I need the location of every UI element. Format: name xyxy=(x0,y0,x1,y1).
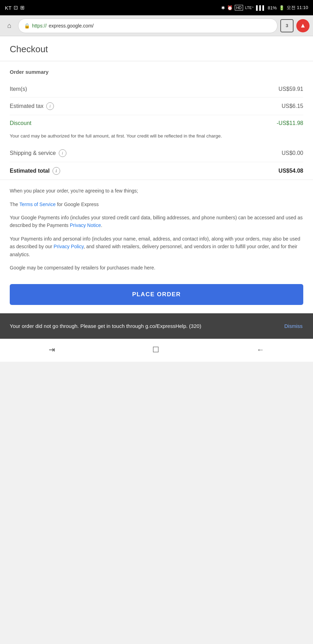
status-bar: KT ⊡ ⊞ ✱ ⏰ HD LTE⁺ ▌▌▌ 81% 🔋 오전 11:10 xyxy=(0,0,313,15)
legal-para-2: The Terms of Service for Google Express xyxy=(10,201,303,208)
items-label: Item(s) xyxy=(10,86,27,92)
browser-bar: ⌂ 🔒 https:// express.google.com/ 3 ▲ xyxy=(0,15,313,36)
line-item-total: Estimated total i US$54.08 xyxy=(10,162,303,180)
place-order-section: PLACE ORDER xyxy=(0,281,313,313)
alarm-icon: ⏰ xyxy=(227,5,233,10)
items-value: US$59.91 xyxy=(279,86,303,92)
legal-para-4: Your Payments info and personal info (in… xyxy=(10,235,303,258)
tax-info-icon[interactable]: i xyxy=(46,102,54,110)
status-right: ✱ ⏰ HD LTE⁺ ▌▌▌ 81% 🔋 오전 11:10 xyxy=(221,5,308,11)
lte-icon: LTE⁺ xyxy=(245,6,254,10)
page: Checkout Order summary Item(s) US$59.91 … xyxy=(0,36,313,339)
url-https: https:// xyxy=(32,23,47,29)
battery-icon: 🔋 xyxy=(279,5,284,10)
nav-back-icon[interactable]: ← xyxy=(257,345,264,354)
legal-para-5: Google may be compensated by retailers f… xyxy=(10,264,303,272)
terms-of-service-link[interactable]: Terms of Service xyxy=(19,202,56,207)
time-label: 오전 11:10 xyxy=(287,5,308,11)
line-item-shipping: Shipping & service i US$0.00 xyxy=(10,144,303,162)
url-domain: express.google.com/ xyxy=(49,23,94,29)
url-bar[interactable]: 🔒 https:// express.google.com/ xyxy=(18,18,278,33)
toast-notification: Your order did not go through. Please ge… xyxy=(0,313,313,339)
carrier-label: KT xyxy=(5,5,11,11)
toast-message: Your order did not go through. Please ge… xyxy=(10,322,281,330)
shipping-value: US$0.00 xyxy=(282,150,303,156)
legal-para-1: When you place your order, you're agreei… xyxy=(10,187,303,195)
shipping-label: Shipping & service i xyxy=(10,149,66,157)
page-title-bar: Checkout xyxy=(0,36,313,61)
legal-para-3: Your Google Payments info (includes your… xyxy=(10,214,303,229)
tax-label: Estimated tax i xyxy=(10,102,54,110)
tab-button[interactable]: 3 xyxy=(280,19,294,32)
order-summary-section: Order summary Item(s) US$59.91 Estimated… xyxy=(0,61,313,180)
notification-button[interactable]: ▲ xyxy=(296,19,310,32)
toast-dismiss-button[interactable]: Dismiss xyxy=(281,321,306,331)
privacy-policy-link[interactable]: Privacy Policy xyxy=(54,244,83,249)
hd-icon: HD xyxy=(235,5,243,10)
nav-windows-icon[interactable]: ☐ xyxy=(152,345,159,354)
line-item-discount: Discount -US$11.98 xyxy=(10,115,303,131)
battery-label: 81% xyxy=(268,5,277,10)
lock-icon: 🔒 xyxy=(24,23,30,29)
signal-icon: ▌▌▌ xyxy=(256,5,266,10)
discount-note: Your card may be authorized for the full… xyxy=(10,131,303,144)
page-title: Checkout xyxy=(10,44,303,55)
shipping-info-icon[interactable]: i xyxy=(59,149,66,157)
line-item-tax: Estimated tax i US$6.15 xyxy=(10,97,303,115)
discount-block: Discount -US$11.98 Your card may be auth… xyxy=(10,115,303,144)
home-icon[interactable]: ⌂ xyxy=(3,20,15,32)
discount-value: -US$11.98 xyxy=(277,120,304,126)
bottom-nav: ⇥ ☐ ← xyxy=(0,339,313,362)
order-summary-title: Order summary xyxy=(10,69,303,75)
carrier-icon-1: ⊡ xyxy=(14,5,18,11)
total-info-icon[interactable]: i xyxy=(53,167,60,175)
place-order-button[interactable]: PLACE ORDER xyxy=(10,284,303,305)
discount-label: Discount xyxy=(10,120,31,126)
carrier-icon-2: ⊞ xyxy=(20,5,25,11)
legal-section: When you place your order, you're agreei… xyxy=(0,180,313,281)
bluetooth-icon: ✱ xyxy=(221,5,225,10)
status-left: KT ⊡ ⊞ xyxy=(5,5,25,11)
line-item-items: Item(s) US$59.91 xyxy=(10,81,303,97)
nav-tabs-icon[interactable]: ⇥ xyxy=(49,345,55,354)
tax-value: US$6.15 xyxy=(282,103,303,109)
total-value: US$54.08 xyxy=(279,168,303,174)
total-label: Estimated total i xyxy=(10,167,60,175)
privacy-notice-link[interactable]: Privacy Notice xyxy=(70,222,101,228)
